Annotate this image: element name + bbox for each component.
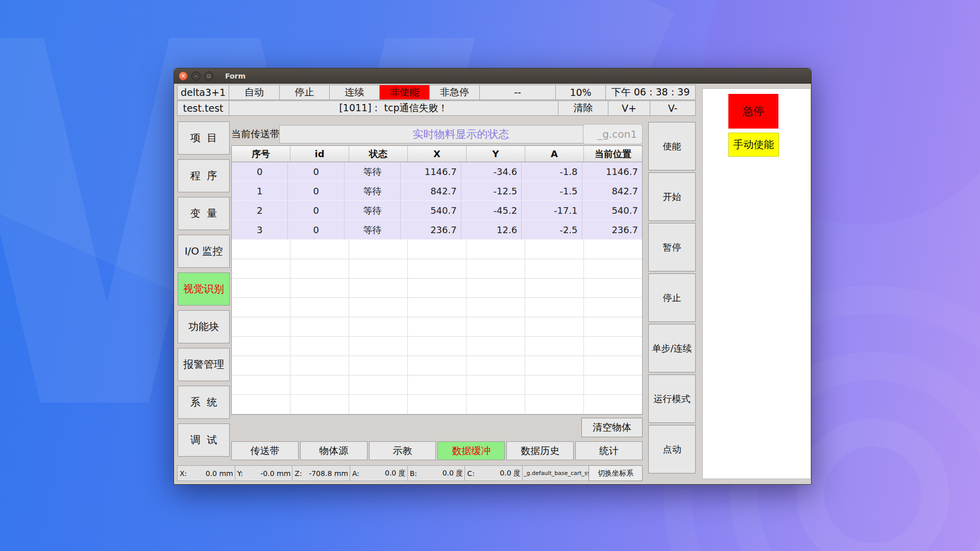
table-cell: 1 (232, 182, 288, 201)
table-cell (408, 395, 467, 414)
table-row[interactable]: 20等待540.7-45.2-17.1540.7 (232, 201, 642, 220)
table-row[interactable]: 30等待236.712.6-2.5236.7 (232, 220, 642, 240)
table-header-cell: X (408, 146, 467, 162)
table-cell (584, 375, 642, 395)
status-segment: Z:-708.8 mm (292, 465, 350, 481)
table-cell: -1.8 (522, 162, 582, 182)
table-cell (525, 375, 584, 395)
bottom-tab[interactable]: 物体源 (300, 441, 368, 460)
status-segment: C:0.0 度 (464, 465, 523, 481)
sidebar-item[interactable]: 项 目 (178, 121, 230, 155)
enable-state-badge: 非使能 (379, 85, 430, 100)
table-cell (232, 298, 290, 317)
alarm-message: [1011]： tcp通信失败！ (229, 101, 558, 116)
bottom-tab[interactable]: 传送带 (231, 441, 299, 460)
table-cell (349, 395, 408, 414)
table-row-empty (232, 395, 642, 414)
table-cell (290, 356, 349, 375)
table-cell: 842.7 (582, 182, 642, 201)
table-cell (467, 356, 525, 375)
table-cell (290, 240, 349, 259)
table-row[interactable]: 10等待842.7-12.5-1.5842.7 (232, 182, 642, 201)
clear-alarm-button[interactable]: 清除 (558, 101, 608, 116)
table-cell (349, 279, 408, 298)
table-cell: 0 (232, 162, 288, 182)
status-axis-label: A: (352, 469, 359, 478)
table-cell: 1146.7 (582, 162, 642, 182)
status-segment: B:0.0 度 (407, 465, 465, 481)
status-axis-value: 0.0 mm (206, 469, 233, 478)
control-button[interactable]: 停止 (648, 273, 696, 322)
sidebar-item[interactable]: 调 试 (178, 423, 230, 457)
mode-label: 自动 (229, 85, 280, 100)
table-cell: 540.7 (401, 201, 461, 220)
material-table: 序号id状态XYA当前位置 00等待1146.7-34.6-1.81146.71… (231, 145, 643, 415)
control-button[interactable]: 暂停 (648, 223, 696, 271)
clock-label: 下午 06 : 38 : 39 (605, 85, 696, 100)
table-cell (467, 298, 525, 317)
table-cell (584, 317, 642, 337)
table-cell (290, 279, 349, 298)
minimize-icon[interactable]: – (191, 71, 201, 81)
control-button[interactable]: 点动 (648, 425, 696, 473)
sidebar-item[interactable]: 系 统 (178, 386, 230, 419)
toolbar-row1: delta3+1 自动 停止 连续 非使能 非急停 -- 10% 下午 06 :… (178, 85, 696, 100)
table-row[interactable]: 00等待1146.7-34.6-1.81146.7 (232, 162, 642, 182)
table-cell (290, 259, 349, 279)
conveyor-row: 当前传送带 实时物料显示的状态 _g.con1 (231, 124, 643, 144)
table-cell: -45.2 (461, 201, 522, 220)
sidebar-item[interactable]: 报警管理 (178, 348, 230, 381)
table-cell (290, 375, 349, 395)
status-axis-label: X: (180, 469, 187, 478)
extra-state-label: -- (479, 85, 556, 100)
sidebar-item[interactable]: 变 量 (178, 197, 230, 230)
main-area: 当前传送带 实时物料显示的状态 _g.con1 序号id状态XYA当前位置 00… (231, 124, 643, 144)
manual-enable-button[interactable]: 手动使能 (728, 133, 779, 157)
window-titlebar[interactable]: × – ▫ Form (174, 68, 811, 84)
table-cell (408, 298, 467, 317)
table-header-row: 序号id状态XYA当前位置 (232, 146, 642, 162)
speed-down-button[interactable]: V- (650, 101, 696, 116)
table-header-cell: Y (467, 146, 525, 162)
speed-up-button[interactable]: V+ (608, 101, 650, 116)
control-button[interactable]: 运行模式 (648, 374, 696, 423)
table-cell: -2.5 (522, 220, 582, 240)
maximize-icon[interactable]: ▫ (204, 71, 213, 81)
table-row-empty (232, 298, 642, 317)
table-cell: 1146.7 (401, 162, 461, 182)
table-cell (408, 240, 467, 259)
table-cell: 12.6 (461, 220, 522, 240)
control-button[interactable]: 单步/连续 (648, 324, 696, 372)
table-cell: 2 (232, 201, 288, 220)
table-cell: 842.7 (401, 182, 461, 201)
sidebar-item[interactable]: I/O 监控 (178, 235, 230, 268)
table-row-empty (232, 337, 642, 356)
bottom-tab[interactable]: 数据缓冲 (437, 441, 505, 460)
control-button[interactable]: 开始 (648, 172, 696, 221)
conveyor-id-field[interactable]: _g.con1 (583, 124, 643, 144)
bottom-tab[interactable]: 数据历史 (506, 441, 574, 460)
bottom-tab[interactable]: 示教 (369, 441, 436, 460)
speed-label: 10% (555, 85, 606, 100)
robot-model-label: delta3+1 (177, 85, 229, 100)
table-cell (408, 356, 467, 375)
control-button[interactable]: 使能 (648, 122, 696, 170)
close-icon[interactable]: × (179, 71, 188, 81)
table-cell: 0 (288, 162, 344, 182)
project-name-label: test.test (177, 101, 229, 116)
table-cell (349, 356, 408, 375)
bottom-tab[interactable]: 统计 (575, 441, 643, 460)
emergency-stop-button[interactable]: 急停 (728, 94, 778, 129)
sidebar-item[interactable]: 视觉识别 (178, 272, 230, 306)
status-axis-value: 0.0 度 (500, 469, 521, 478)
table-row-empty (232, 317, 642, 337)
estop-state-label: 非急停 (429, 85, 480, 100)
table-cell: 等待 (345, 201, 401, 220)
table-cell (232, 240, 290, 259)
switch-frame-button[interactable]: 切换坐标系 (589, 465, 643, 481)
clear-objects-button[interactable]: 清空物体 (581, 418, 643, 437)
sidebar-item[interactable]: 程 序 (178, 159, 230, 192)
table-cell (349, 298, 408, 317)
sidebar-item[interactable]: 功能块 (178, 310, 230, 343)
table-cell: 236.7 (401, 220, 461, 240)
